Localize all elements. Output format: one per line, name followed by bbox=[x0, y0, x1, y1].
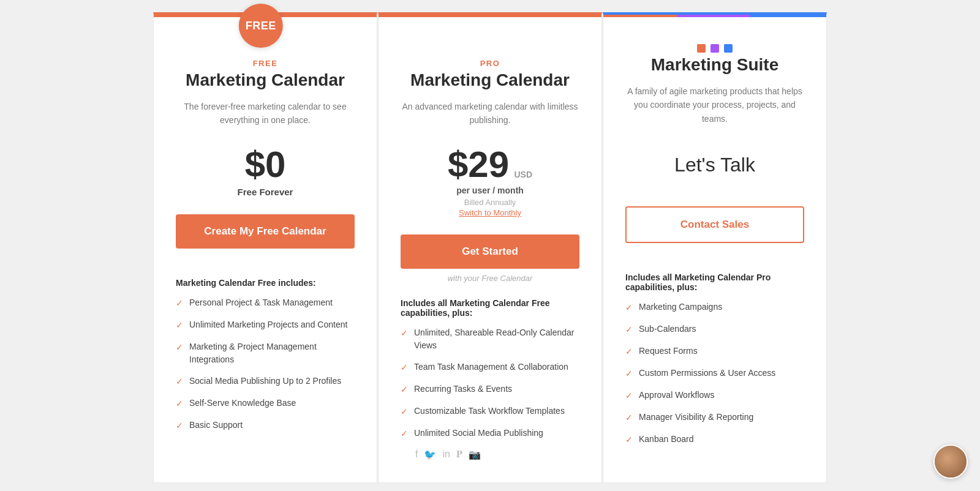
suite-cta-sub bbox=[625, 248, 804, 260]
list-item: ✓ Unlimited Marketing Projects and Conte… bbox=[176, 318, 355, 332]
suite-features-label: Includes all Marketing Calendar Pro capa… bbox=[625, 272, 804, 292]
pro-card-description: An advanced marketing calendar with limi… bbox=[401, 100, 579, 132]
check-icon: ✓ bbox=[625, 345, 633, 358]
avatar-image bbox=[935, 446, 967, 478]
list-item: ✓ Custom Permissions & User Access bbox=[625, 367, 804, 380]
pro-switch-monthly[interactable]: Switch to Monthly bbox=[459, 208, 521, 217]
pro-card: PRO Marketing Calendar An advanced marke… bbox=[378, 12, 602, 483]
free-card-description: The forever-free marketing calendar to s… bbox=[176, 100, 355, 132]
pro-card-title: Marketing Calendar bbox=[401, 70, 579, 90]
free-card: FREE FREE Marketing Calendar The forever… bbox=[153, 12, 377, 483]
list-item: ✓ Sub-Calendars bbox=[625, 323, 804, 336]
page-wrapper: FREE FREE Marketing Calendar The forever… bbox=[0, 0, 980, 491]
check-icon: ✓ bbox=[625, 389, 633, 402]
list-item: ✓ Approval Workflows bbox=[625, 389, 804, 402]
check-icon: ✓ bbox=[401, 427, 408, 440]
free-tier-label: FREE bbox=[176, 59, 355, 68]
dot-orange bbox=[697, 44, 706, 53]
instagram-icon: 📷 bbox=[469, 449, 481, 460]
pro-features-label: Includes all Marketing Calendar Free cap… bbox=[401, 298, 579, 318]
list-item: ✓ Recurring Tasks & Events bbox=[401, 383, 579, 396]
list-item: ✓ Manager Visibility & Reporting bbox=[625, 411, 804, 424]
check-icon: ✓ bbox=[176, 397, 183, 410]
pro-top-bar bbox=[379, 15, 601, 17]
free-cta-button[interactable]: Create My Free Calendar bbox=[176, 214, 355, 249]
check-icon: ✓ bbox=[176, 319, 183, 332]
check-icon: ✓ bbox=[401, 361, 408, 374]
check-icon: ✓ bbox=[176, 341, 183, 354]
suite-card-description: A family of agile marketing products tha… bbox=[625, 84, 804, 126]
pro-features-section: Includes all Marketing Calendar Free cap… bbox=[401, 298, 579, 460]
check-icon: ✓ bbox=[625, 411, 633, 424]
free-card-title: Marketing Calendar bbox=[176, 70, 355, 90]
list-item: ✓ Team Task Management & Collaboration bbox=[401, 361, 579, 374]
list-item: ✓ Marketing Campaigns bbox=[625, 301, 804, 314]
suite-lets-talk: Let's Talk bbox=[674, 154, 755, 176]
list-item: ✓ Self-Serve Knowledge Base bbox=[176, 397, 355, 410]
pro-cta-sub: with your Free Calendar bbox=[401, 274, 579, 286]
check-icon: ✓ bbox=[625, 301, 633, 314]
list-item: ✓ Unlimited, Shareable Read-Only Calenda… bbox=[401, 326, 579, 352]
pro-cta-button[interactable]: Get Started bbox=[401, 234, 579, 269]
suite-card-title: Marketing Suite bbox=[625, 55, 804, 75]
free-price-main: $0 bbox=[245, 146, 286, 183]
check-icon: ✓ bbox=[401, 383, 408, 396]
list-item: ✓ Customizable Task Workflow Templates bbox=[401, 405, 579, 418]
check-icon: ✓ bbox=[625, 367, 633, 380]
free-badge: FREE bbox=[239, 4, 283, 48]
pricing-container: FREE FREE Marketing Calendar The forever… bbox=[153, 12, 827, 483]
list-item: ✓ Kanban Board bbox=[625, 433, 804, 446]
suite-cta-button[interactable]: Contact Sales bbox=[625, 206, 804, 243]
twitter-icon: 🐦 bbox=[424, 449, 436, 460]
list-item: ✓ Marketing & Project Management Integra… bbox=[176, 340, 355, 366]
pro-price-billed: Billed Annually bbox=[464, 198, 516, 207]
avatar[interactable] bbox=[933, 444, 968, 479]
list-item: ✓ Unlimited Social Media Publishing bbox=[401, 427, 579, 440]
free-price-area: $0 Free Forever bbox=[176, 146, 355, 197]
check-icon: ✓ bbox=[401, 405, 408, 418]
list-item: ✓ Basic Support bbox=[176, 419, 355, 432]
free-features-label: Marketing Calendar Free includes: bbox=[176, 278, 355, 288]
pinterest-icon: 𝐏 bbox=[456, 449, 462, 460]
pro-tier-label: PRO bbox=[401, 59, 579, 68]
free-price-forever: Free Forever bbox=[238, 187, 293, 197]
list-item: ✓ Social Media Publishing Up to 2 Profil… bbox=[176, 375, 355, 388]
check-icon: ✓ bbox=[176, 419, 183, 432]
free-features-section: Marketing Calendar Free includes: ✓ Pers… bbox=[176, 278, 355, 432]
linkedin-icon: in bbox=[442, 449, 450, 460]
dot-purple bbox=[710, 44, 719, 53]
social-icons-row: f 🐦 in 𝐏 📷 bbox=[401, 449, 579, 460]
check-icon: ✓ bbox=[176, 297, 183, 310]
list-item: ✓ Personal Project & Task Management bbox=[176, 296, 355, 310]
suite-top-bar bbox=[603, 15, 826, 17]
pro-price-area: $29 USD per user / month Billed Annually… bbox=[401, 146, 579, 217]
suite-dots bbox=[625, 44, 804, 53]
suite-price-area: Let's Talk bbox=[625, 140, 804, 189]
dot-blue bbox=[724, 44, 733, 53]
list-item: ✓ Request Forms bbox=[625, 345, 804, 358]
free-cta-sub bbox=[176, 253, 355, 266]
pro-price-per: per user / month bbox=[456, 186, 524, 195]
check-icon: ✓ bbox=[401, 327, 408, 340]
check-icon: ✓ bbox=[625, 323, 633, 336]
pro-price-row: $29 USD bbox=[448, 146, 532, 183]
suite-card: Marketing Suite A family of agile market… bbox=[603, 12, 827, 483]
check-icon: ✓ bbox=[625, 433, 633, 446]
suite-features-section: Includes all Marketing Calendar Pro capa… bbox=[625, 272, 804, 446]
facebook-icon: f bbox=[415, 449, 418, 460]
check-icon: ✓ bbox=[176, 375, 183, 388]
